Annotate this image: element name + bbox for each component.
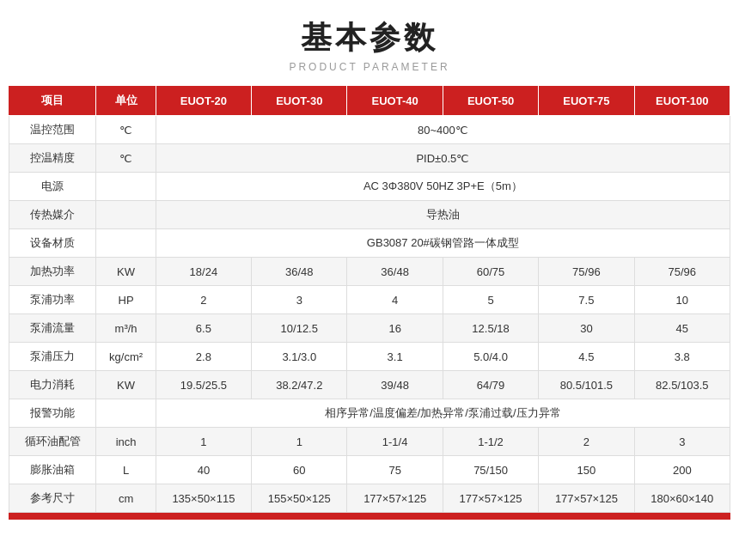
col-header-0: 项目 — [9, 86, 96, 116]
row-value-5-4: 75/96 — [539, 258, 634, 286]
table-row: 控温精度℃PID±0.5℃ — [9, 144, 730, 173]
row-value-13-5: 180×60×140 — [634, 484, 730, 513]
table-row: 参考尺寸cm135×50×115155×50×125177×57×125177×… — [9, 484, 730, 513]
row-value-13-1: 155×50×125 — [252, 484, 347, 513]
row-value-9-5: 82.5/103.5 — [634, 371, 730, 399]
row-span-value-0: 80~400℃ — [156, 116, 730, 144]
table-row: 温控范围℃80~400℃ — [9, 116, 730, 144]
col-header-1: 单位 — [96, 86, 156, 116]
main-title: 基本参数 — [289, 17, 449, 59]
row-value-5-5: 75/96 — [634, 258, 730, 286]
param-table: 项目单位EUOT-20EUOT-30EUOT-40EUOT-50EUOT-75E… — [9, 85, 730, 513]
row-value-11-3: 1-1/2 — [443, 428, 538, 456]
row-value-11-5: 3 — [634, 428, 730, 456]
row-label-2: 电源 — [9, 173, 96, 201]
row-label-1: 控温精度 — [9, 144, 96, 173]
row-unit-6: HP — [96, 286, 156, 314]
row-label-0: 温控范围 — [9, 116, 96, 144]
row-value-12-4: 150 — [539, 456, 634, 484]
table-row: 循环油配管inch111-1/41-1/223 — [9, 428, 730, 456]
row-value-13-3: 177×57×125 — [443, 484, 538, 513]
col-header-2: EUOT-20 — [156, 86, 251, 116]
row-value-8-5: 3.8 — [634, 343, 730, 371]
row-unit-3 — [96, 201, 156, 229]
row-value-5-3: 60/75 — [443, 258, 538, 286]
col-header-3: EUOT-30 — [252, 86, 347, 116]
row-value-9-3: 64/79 — [443, 371, 538, 399]
table-row: 泵浦流量m³/h6.510/12.51612.5/183045 — [9, 314, 730, 343]
row-unit-2 — [96, 173, 156, 201]
row-value-12-5: 200 — [634, 456, 730, 484]
row-value-7-5: 45 — [634, 314, 730, 343]
table-row: 报警功能相序异常/温度偏差/加热异常/泵浦过载/压力异常 — [9, 399, 730, 428]
row-value-8-3: 5.0/4.0 — [443, 343, 538, 371]
row-value-9-0: 19.5/25.5 — [156, 371, 251, 399]
table-wrap: 项目单位EUOT-20EUOT-30EUOT-40EUOT-50EUOT-75E… — [9, 85, 730, 520]
row-value-11-1: 1 — [252, 428, 347, 456]
row-value-7-2: 16 — [347, 314, 443, 343]
row-label-5: 加热功率 — [9, 258, 96, 286]
row-value-5-1: 36/48 — [252, 258, 347, 286]
row-value-11-4: 2 — [539, 428, 634, 456]
row-unit-13: cm — [96, 484, 156, 513]
row-label-4: 设备材质 — [9, 229, 96, 258]
row-unit-10 — [96, 399, 156, 428]
row-value-13-4: 177×57×125 — [539, 484, 634, 513]
row-label-8: 泵浦压力 — [9, 343, 96, 371]
row-label-11: 循环油配管 — [9, 428, 96, 456]
row-span-value-2: AC 3Φ380V 50HZ 3P+E（5m） — [156, 173, 730, 201]
col-header-4: EUOT-40 — [347, 86, 443, 116]
table-row: 泵浦压力kg/cm²2.83.1/3.03.15.0/4.04.53.8 — [9, 343, 730, 371]
table-row: 加热功率KW18/2436/4836/4860/7575/9675/96 — [9, 258, 730, 286]
row-value-6-4: 7.5 — [539, 286, 634, 314]
row-value-6-5: 10 — [634, 286, 730, 314]
sub-title: PRODUCT PARAMETER — [289, 61, 449, 73]
row-value-12-0: 40 — [156, 456, 251, 484]
row-value-8-1: 3.1/3.0 — [252, 343, 347, 371]
row-value-9-2: 39/48 — [347, 371, 443, 399]
row-unit-12: L — [96, 456, 156, 484]
row-value-7-0: 6.5 — [156, 314, 251, 343]
col-header-7: EUOT-100 — [634, 86, 730, 116]
row-label-9: 电力消耗 — [9, 371, 96, 399]
row-value-11-0: 1 — [156, 428, 251, 456]
row-value-6-0: 2 — [156, 286, 251, 314]
row-value-7-3: 12.5/18 — [443, 314, 538, 343]
row-unit-9: KW — [96, 371, 156, 399]
row-value-6-3: 5 — [443, 286, 538, 314]
row-value-8-2: 3.1 — [347, 343, 443, 371]
row-span-value-10: 相序异常/温度偏差/加热异常/泵浦过载/压力异常 — [156, 399, 730, 428]
title-section: 基本参数 PRODUCT PARAMETER — [289, 17, 449, 73]
row-value-6-1: 3 — [252, 286, 347, 314]
table-row: 电源AC 3Φ380V 50HZ 3P+E（5m） — [9, 173, 730, 201]
row-unit-8: kg/cm² — [96, 343, 156, 371]
row-unit-7: m³/h — [96, 314, 156, 343]
row-label-7: 泵浦流量 — [9, 314, 96, 343]
row-label-6: 泵浦功率 — [9, 286, 96, 314]
row-unit-11: inch — [96, 428, 156, 456]
row-value-8-4: 4.5 — [539, 343, 634, 371]
row-value-12-1: 60 — [252, 456, 347, 484]
row-value-7-1: 10/12.5 — [252, 314, 347, 343]
row-span-value-4: GB3087 20#碳钢管路一体成型 — [156, 229, 730, 258]
table-row: 电力消耗KW19.5/25.538.2/47.239/4864/7980.5/1… — [9, 371, 730, 399]
row-label-12: 膨胀油箱 — [9, 456, 96, 484]
row-span-value-1: PID±0.5℃ — [156, 144, 730, 173]
row-value-13-0: 135×50×115 — [156, 484, 251, 513]
row-value-8-0: 2.8 — [156, 343, 251, 371]
row-unit-5: KW — [96, 258, 156, 286]
row-value-12-3: 75/150 — [443, 456, 538, 484]
col-header-6: EUOT-75 — [539, 86, 634, 116]
row-label-13: 参考尺寸 — [9, 484, 96, 513]
row-value-7-4: 30 — [539, 314, 634, 343]
row-value-6-2: 4 — [347, 286, 443, 314]
row-value-13-2: 177×57×125 — [347, 484, 443, 513]
table-row: 传热媒介导热油 — [9, 201, 730, 229]
row-value-5-0: 18/24 — [156, 258, 251, 286]
row-value-9-4: 80.5/101.5 — [539, 371, 634, 399]
row-unit-1: ℃ — [96, 144, 156, 173]
row-label-3: 传热媒介 — [9, 201, 96, 229]
row-value-12-2: 75 — [347, 456, 443, 484]
row-unit-4 — [96, 229, 156, 258]
table-row: 膨胀油箱L40607575/150150200 — [9, 456, 730, 484]
